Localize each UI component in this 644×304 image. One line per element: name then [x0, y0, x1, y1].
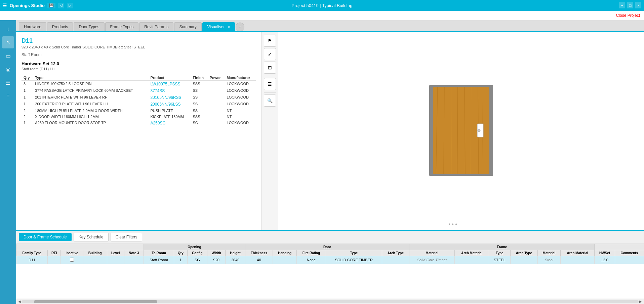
door-frame-schedule-tab[interactable]: Door & Frame Schedule	[19, 233, 72, 241]
minimize-button[interactable]: −	[619, 2, 625, 8]
tab-frame-types[interactable]: Frame Types	[105, 22, 139, 31]
vis-enter-button[interactable]: ⊡	[264, 62, 276, 74]
vis-list-button[interactable]: ☰	[264, 78, 276, 90]
hw-product[interactable]: A250SC	[148, 120, 191, 126]
tab-visualiser[interactable]: Visualiser ×	[202, 22, 235, 31]
sidebar-icon-download[interactable]: ↓	[2, 23, 14, 35]
vis-divider2	[264, 92, 276, 92]
hardware-table: Qty Type Product Finish Power Manufactur…	[22, 75, 256, 126]
visualiser-toolbar: ⚑ ⤢ ⊡ ☰ 🔍	[261, 32, 278, 230]
save-icon[interactable]: 💾	[47, 3, 55, 8]
scrollbar-track[interactable]	[22, 300, 639, 303]
cell-width: 920	[207, 256, 226, 264]
col-product: Product	[148, 75, 191, 81]
hw-manufacturer: NT	[225, 108, 256, 114]
col-thickness[interactable]: Thickness	[245, 250, 273, 256]
col-door-material[interactable]: Material	[409, 250, 455, 256]
col-frame-arch-material[interactable]: Arch Material	[560, 250, 595, 256]
hamburger-icon[interactable]: ☰	[3, 3, 7, 8]
hardware-row: 2 X DOOR WIDTH 180MM HIGH 1.2MM KICKPLAT…	[22, 114, 256, 120]
sidebar-icon-menu2[interactable]: ≡	[2, 90, 14, 102]
col-qty[interactable]: Qty	[174, 250, 188, 256]
hw-power	[208, 114, 225, 120]
hw-finish: SS	[191, 101, 207, 108]
hw-product[interactable]: 20005NN/96LSS	[148, 101, 191, 108]
scroll-left-icon[interactable]: ◀	[17, 300, 22, 304]
tab-door-types[interactable]: Door Types	[74, 22, 104, 31]
sidebar-icon-list[interactable]: ☰	[2, 77, 14, 89]
col-family-type[interactable]: Family Type	[16, 250, 48, 256]
col-width[interactable]: Width	[207, 250, 226, 256]
cell-note3	[124, 256, 144, 264]
col-level[interactable]: Level	[107, 250, 124, 256]
vis-flag-button[interactable]: ⚑	[264, 35, 276, 47]
hw-qty: 3	[22, 81, 33, 88]
tab-add-button[interactable]: +	[236, 23, 244, 31]
key-schedule-tab[interactable]: Key Schedule	[74, 233, 109, 241]
col-door-arch-material[interactable]: Arch Material	[455, 250, 489, 256]
col-frame-material[interactable]: Material	[538, 250, 561, 256]
sidebar-icon-document[interactable]: ▭	[2, 50, 14, 62]
col-door-arch-type[interactable]: Arch Type	[382, 250, 409, 256]
col-hwset[interactable]: HWSet	[595, 250, 615, 256]
cell-rfi	[48, 256, 61, 264]
col-height[interactable]: Height	[226, 250, 245, 256]
table-row[interactable]: D11 Staff Room 1 SG 920 2040 40 None SOL…	[16, 256, 644, 264]
cell-door-arch-material	[455, 256, 489, 264]
col-note3[interactable]: Note 3	[124, 250, 144, 256]
col-config[interactable]: Config	[187, 250, 207, 256]
group-header-opening: Opening	[144, 244, 245, 250]
hardware-row: 1 200 EXTERIOR PLATE WITH 96 LEVER LH 20…	[22, 101, 256, 108]
tab-close-icon[interactable]: ×	[228, 25, 230, 29]
col-rfi[interactable]: RFI	[48, 250, 61, 256]
undo-icon[interactable]: ◁	[58, 3, 64, 8]
title-bar: ☰ Openings Studio 💾 ◁ ▷ Project 50419 | …	[0, 0, 644, 11]
hardware-set-subtitle: Staff room (D11) LH	[22, 67, 256, 71]
col-door-type[interactable]: Type	[326, 250, 382, 256]
close-button[interactable]: ×	[635, 2, 641, 8]
hardware-set-title: Hardware Set 12.0	[22, 61, 256, 66]
col-fire-rating[interactable]: Fire Rating	[297, 250, 326, 256]
hw-power	[208, 120, 225, 126]
col-building[interactable]: Building	[83, 250, 107, 256]
vis-search-button[interactable]: 🔍	[264, 94, 276, 107]
vis-zoom-button[interactable]: ⤢	[264, 48, 276, 60]
cell-frame-arch-type	[510, 256, 537, 264]
tab-summary[interactable]: Summary	[174, 22, 201, 31]
sidebar-icon-cursor[interactable]: ↖	[2, 36, 14, 48]
close-project-link[interactable]: Close Project	[616, 13, 640, 18]
tab-hardware[interactable]: Hardware	[19, 22, 46, 31]
cell-door-material: Solid Core Timber	[409, 256, 455, 264]
hw-qty: 1	[22, 87, 33, 94]
hw-qty: 1	[22, 101, 33, 108]
vis-divider	[264, 76, 276, 76]
schedule-table-container[interactable]: Opening Door Frame Family Type RFI Inact…	[16, 244, 644, 299]
tab-products[interactable]: Products	[47, 22, 73, 31]
sidebar-icon-globe[interactable]: ◎	[2, 63, 14, 75]
col-comments[interactable]: Comments	[615, 250, 644, 256]
scrollbar-thumb[interactable]	[34, 300, 157, 303]
col-to-room[interactable]: To Room	[144, 250, 174, 256]
col-inactive[interactable]: Inactive	[61, 250, 83, 256]
hw-power	[208, 101, 225, 108]
inactive-checkbox[interactable]	[70, 258, 74, 262]
hw-product[interactable]: LW10075LPSSS	[148, 81, 191, 88]
window-controls: − □ ×	[619, 2, 641, 8]
cell-config: SG	[187, 256, 207, 264]
clear-filters-button[interactable]: Clear Filters	[111, 233, 143, 241]
hw-manufacturer: LOCKWOOD	[225, 101, 256, 108]
cell-frame-type: STEEL	[489, 256, 511, 264]
schedule-table: Opening Door Frame Family Type RFI Inact…	[16, 244, 644, 264]
col-handing[interactable]: Handing	[273, 250, 297, 256]
hardware-row: 1 A250 FLOOR MOUNTED DOOR STOP TP A250SC…	[22, 120, 256, 126]
redo-icon[interactable]: ▷	[67, 3, 73, 8]
col-frame-arch-type[interactable]: Arch Type	[510, 250, 537, 256]
door-visualization	[428, 83, 495, 178]
scroll-right-icon[interactable]: ▶	[639, 300, 643, 304]
cell-handing	[273, 256, 297, 264]
col-frame-type[interactable]: Type	[489, 250, 511, 256]
tab-revit-params[interactable]: Revit Params	[139, 22, 173, 31]
hw-product[interactable]: 20105NN/96RSS	[148, 94, 191, 101]
maximize-button[interactable]: □	[627, 2, 633, 8]
hw-product[interactable]: 3774SS	[148, 87, 191, 94]
